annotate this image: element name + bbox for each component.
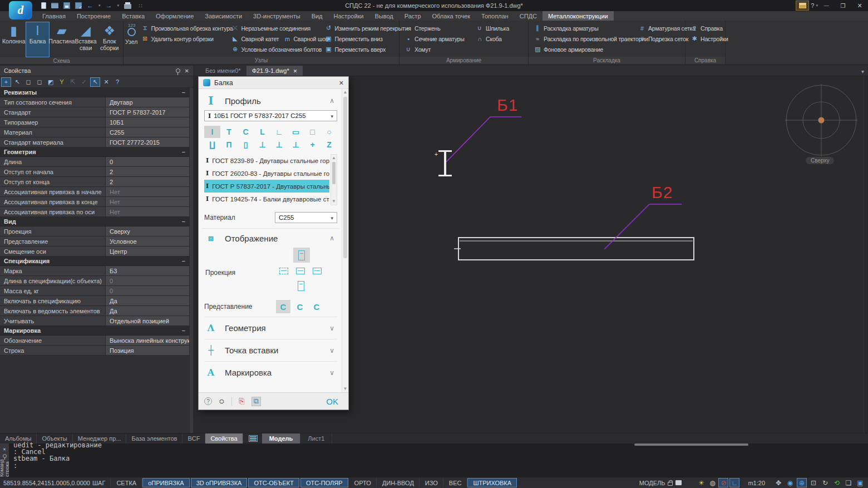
beam-mark-b1[interactable]: Б1 [497,97,518,114]
status-toggle[interactable]: оПРИВЯЗКА [142,478,190,487]
property-row[interactable]: Масса ед, кг 0 [0,286,189,296]
window-select-icon[interactable]: ◻ [23,77,33,87]
shape-double-angle2-icon[interactable]: ⊥ [271,139,287,151]
command-line-panel[interactable]: Командная строка uedit - редактирование … [0,443,868,477]
lightbulb-icon[interactable]: ◍ [707,478,717,487]
filter-icon[interactable]: Υ [57,77,67,87]
document-tab[interactable]: Без имени0* [200,66,246,76]
ribbon-button[interactable]: # Арматурная сетка [638,24,680,32]
status-toggle[interactable]: ШТРИХОВКА [467,478,517,487]
shape-angle-icon[interactable]: L [254,126,270,138]
ribbon-button[interactable]: • Сечение арматуры [405,34,470,43]
add-to-selection-icon[interactable]: + [1,77,11,87]
gost-list-item[interactable]: Ι ГОСТ 26020-83 - Двутавры стальные горя [204,167,329,180]
status-toggle[interactable]: ИЗО [420,478,443,487]
ribbon-button[interactable]: # Подрезка сеток [638,34,680,43]
apply-properties-icon[interactable]: ✓ [79,77,89,87]
status-toggle[interactable]: ДИН-ВВОД [377,478,420,487]
ribbon-button[interactable]: ⊠ Удалить контур обрезки [141,34,225,43]
shape-composite-box-icon[interactable]: ▯ [238,139,254,151]
print-icon[interactable] [124,4,131,9]
ribbon-button[interactable]: ◣ Сварной катет [231,34,279,43]
status-toggle[interactable]: ШАГ [87,478,111,487]
ribbon-tab[interactable]: СПДС [514,11,542,21]
material-combo[interactable]: С255 [275,212,337,223]
collapsed-section-header[interactable]: ┼ Точка вставки [204,339,337,361]
representation-simplified-icon[interactable]: С [293,300,307,313]
property-row[interactable]: Отступ от начала 2 [0,167,189,177]
dialog-help-icon[interactable]: ? [204,397,212,405]
ribbon-tab[interactable]: Оформление [150,11,199,21]
props-help-icon[interactable]: ? [112,77,122,87]
property-row[interactable]: Ассоциативная привязка по оси Нет [0,207,189,217]
copy-properties-icon[interactable]: ⇱ [68,77,78,87]
shape-double-angle3-icon[interactable]: ⊥ [288,139,304,151]
ribbon-tab[interactable]: Топоплан [476,11,514,21]
uzel-button[interactable]: 123 Узел [125,22,137,45]
ribbon-tab[interactable]: Зависимости [199,11,248,21]
profile-section-header[interactable]: Ι Профиль [204,91,337,110]
property-row[interactable]: Типоразмер 10Б1 [0,117,189,127]
collapsed-section-header[interactable]: A Маркировка [204,361,337,383]
collapse-icon[interactable] [182,89,185,96]
close-panel-icon[interactable] [185,67,189,74]
command-scrollbar[interactable] [634,443,748,446]
save-as-icon[interactable] [75,2,82,9]
new-document-icon[interactable] [41,2,46,9]
command-history[interactable]: uedit - редактирование : Cancel stbeam -… [13,442,868,477]
status-toggle[interactable]: ОРТО [349,478,377,487]
ribbon-tab[interactable]: Растр [399,11,427,21]
shape-rect-tube-icon[interactable]: ▭ [288,126,304,138]
profile-combo[interactable]: Ι 10Б1 ГОСТ Р 57837-2017 С255 [204,110,337,121]
collapse-icon[interactable] [182,218,185,225]
ribbon-button[interactable]: ? Справка [691,24,721,32]
shape-cruciform-icon[interactable]: + [304,139,320,151]
shape-double-channel-icon[interactable]: ∐ [204,139,220,151]
projection-front-icon[interactable] [293,265,308,277]
ribbon-button[interactable]: ▣ Переместить вниз [324,34,397,43]
undo-icon[interactable]: ← [87,2,93,9]
shape-tee-icon[interactable]: Τ [221,126,237,138]
document-tab[interactable]: Ф21.9-1.dwg* [246,66,303,76]
ribbon-tab[interactable]: Главная [37,11,71,21]
sheet-lock-icon[interactable]: ❏ [844,478,854,487]
collapse-icon[interactable] [182,327,185,334]
clear-selection-icon[interactable]: ✕ [101,77,111,87]
ribbon-tab[interactable]: Облака точек [427,11,476,21]
display-section-header[interactable]: ⧈ Отображение [204,229,337,248]
redo-icon[interactable]: → [106,2,112,9]
zoom-extents-icon[interactable]: ⊡ [808,478,818,487]
ribbon-button[interactable]: ▣ Переместить вверх [324,45,397,53]
pin-icon[interactable] [3,454,7,458]
undo-dropdown-icon[interactable]: ▾ [98,3,101,8]
ribbon-button[interactable]: ✱ Настройки [691,34,721,43]
property-row[interactable]: Материал С255 [0,127,189,137]
select-icon[interactable]: ↖ [12,77,22,87]
property-row[interactable]: Смещение оси Центр [0,247,189,257]
ribbon-button[interactable]: ⌐ Стержень [405,24,470,32]
table-editor-icon[interactable] [796,1,809,11]
chevron-up-icon[interactable] [329,97,337,105]
maximize-button[interactable] [835,0,851,11]
ribbon-button[interactable]: ▨ Фоновое армирование [534,45,633,53]
status-toggle[interactable]: ОТС-ОБЪЕКТ [248,478,299,487]
property-row[interactable]: Проекция Сверху [0,226,189,236]
property-row[interactable]: Включать в спецификацию Да [0,296,189,306]
ucs-icon[interactable]: ∟ [729,478,739,487]
ok-button[interactable]: OK [326,397,343,406]
chevron-down-icon[interactable] [329,347,337,354]
ribbon-button[interactable]: ≈ Раскладка по произвольной траектории [534,34,633,43]
ribbon-big-button[interactable]: ❖ Блок сборки [97,22,121,57]
view-orientation-pill[interactable]: Сверху [806,157,834,164]
lock-icon[interactable] [668,482,673,486]
property-row[interactable]: Стандарт материала ГОСТ 27772-2015 [0,137,189,147]
close-button[interactable] [851,0,868,11]
property-row[interactable]: Представление Условное [0,236,189,247]
ribbon-big-button[interactable]: ▰ Пластина [50,22,74,57]
canvas-scrollbar[interactable] [864,76,868,433]
paper-icon[interactable] [675,480,682,485]
dialog-title-bar[interactable]: Балка [199,77,348,89]
representation-detailed-icon[interactable]: С [309,300,324,313]
pan-icon[interactable]: ✥ [773,478,783,487]
gost-list-item[interactable]: Ι ГОСТ 8239-89 - Двутавры стальные горяч [204,154,329,167]
